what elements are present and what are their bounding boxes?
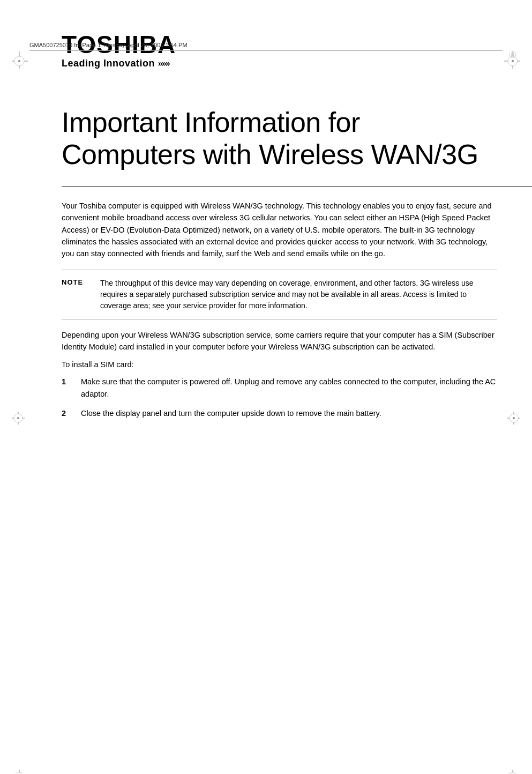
tagline-area: Leading Innovation »»» (62, 58, 532, 69)
note-text: The throughput of this device may vary d… (100, 278, 497, 311)
list-item-text: Make sure that the computer is powered o… (81, 376, 497, 400)
main-title-area: Important Information for Computers with… (62, 107, 500, 171)
svg-point-34 (17, 417, 19, 419)
note-label: NOTE (62, 278, 100, 286)
steps-list: 1Make sure that the computer is powered … (62, 376, 497, 419)
note-box: NOTE The throughput of this device may v… (62, 270, 497, 319)
section-divider (62, 186, 532, 187)
corner-mark-tr (501, 49, 520, 69)
install-intro: To install a SIM card: (62, 359, 497, 370)
header-bar: GMA500725010.fm Page 1 Tuesday, April 28… (29, 42, 503, 51)
corner-mark-tl (12, 49, 31, 69)
list-item: 2Close the display panel and turn the co… (62, 407, 497, 419)
svg-point-13 (511, 53, 514, 56)
list-item-number: 2 (62, 407, 78, 419)
page: GMA500725010.fm Page 1 Tuesday, April 28… (0, 32, 532, 774)
corner-mark-br (501, 770, 520, 774)
left-crosshair (12, 412, 25, 427)
list-item-number: 1 (62, 376, 78, 388)
list-item: 1Make sure that the computer is powered … (62, 376, 497, 400)
paragraph-2: Depending upon your Wireless WAN/3G subs… (62, 329, 497, 353)
body-area: Your Toshiba computer is equipped with W… (62, 200, 497, 420)
tagline-text: Leading Innovation (62, 58, 155, 69)
main-title: Important Information for Computers with… (62, 107, 500, 171)
paragraph-1: Your Toshiba computer is equipped with W… (62, 200, 497, 260)
file-info: GMA500725010.fm Page 1 Tuesday, April 28… (29, 42, 188, 48)
corner-mark-bl (12, 770, 31, 774)
svg-point-40 (513, 417, 515, 419)
svg-point-11 (512, 60, 514, 62)
svg-point-5 (18, 60, 20, 62)
list-item-text: Close the display panel and turn the com… (81, 407, 497, 419)
chevrons-icon: »»» (158, 58, 169, 69)
right-crosshair (507, 412, 520, 427)
